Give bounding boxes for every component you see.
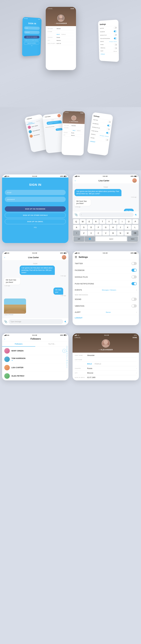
key-delete[interactable]: ⌫ <box>132 231 138 236</box>
signin-other-button[interactable]: SIGN UP VIA OTHER SOCIALS <box>5 213 66 218</box>
key-q[interactable]: Q <box>73 219 79 224</box>
settings-facebook-toggle[interactable] <box>131 269 137 272</box>
settings-twitter-toggle[interactable] <box>131 262 137 265</box>
chat-back-button[interactable]: ‹ <box>75 179 76 182</box>
key-h[interactable]: H <box>110 225 116 230</box>
pe-dob-value[interactable]: 02.07.1985 <box>87 376 95 378</box>
key-c[interactable]: C <box>95 231 102 236</box>
hero-email-input[interactable]: email <box>24 26 40 30</box>
follower-action-1[interactable]: + <box>62 349 66 353</box>
key-j[interactable]: J <box>117 225 124 230</box>
key-s[interactable]: S <box>80 225 87 230</box>
hero-male-option[interactable]: MALE <box>57 34 60 35</box>
tab-followers[interactable]: Followers <box>2 342 35 346</box>
hero-logout-btn[interactable]: LOGOUT <box>99 52 119 56</box>
pe-male-option[interactable]: MALE <box>87 363 92 365</box>
svg-point-0 <box>59 15 63 18</box>
hero-cancel-done-row: CANCEL DONE <box>48 8 74 9</box>
hero-signin-title: SIGN IN <box>24 22 40 25</box>
signin-skip[interactable]: skip <box>34 226 37 228</box>
hero-fb-button[interactable]: SIGN UP VIA FACEBOOK <box>24 36 40 38</box>
settings-logout-btn[interactable]: LOGOUT <box>73 315 139 320</box>
key-t[interactable]: T <box>99 219 105 224</box>
settings-sound-toggle[interactable] <box>131 298 137 301</box>
follower-item-1: MARY GREEN + <box>2 347 68 355</box>
pe-female-option[interactable]: FEMALE <box>95 363 101 365</box>
signin-email-field[interactable]: email <box>5 190 66 195</box>
key-k[interactable]: K <box>124 225 131 230</box>
chat-attach-icon-2[interactable]: 📎 <box>4 320 8 323</box>
key-l[interactable]: L <box>132 225 138 230</box>
settings-pushnotif-toggle[interactable] <box>131 282 137 285</box>
hero-done-label[interactable]: DONE <box>71 8 74 9</box>
chat-input-keyboard[interactable]: I <box>79 212 133 217</box>
key-i[interactable]: I <box>119 219 125 224</box>
hero-gplus-toggle[interactable] <box>114 34 117 36</box>
hero-pushnotif-toggle[interactable] <box>114 38 117 39</box>
key-b[interactable]: B <box>110 231 116 236</box>
key-v[interactable]: V <box>102 231 109 236</box>
settings-status-bar: Live 9:41 AM 100% <box>73 251 139 254</box>
key-w[interactable]: W <box>80 219 86 224</box>
settings-alert-label: ALERT <box>75 311 81 313</box>
hero-firstname-value[interactable]: Alexand <box>57 28 61 29</box>
msg-item-3: Ok! See you! 1 min ago <box>74 209 137 211</box>
settings-twitter: TWITTER <box>73 260 139 267</box>
chat-attach-icon[interactable]: 📎 <box>74 213 78 216</box>
hero-other-button[interactable]: SIGN UP VIA OTHER SOCIALS <box>24 39 39 42</box>
signin-password-field[interactable]: password <box>5 197 66 202</box>
chat-send-btn-2[interactable]: ➤ <box>63 320 67 324</box>
hero-sound-toggle[interactable] <box>114 44 117 46</box>
signin-email-button[interactable]: SIGN UP VIA EMAIL <box>5 219 66 224</box>
tab-following[interactable]: You Foll... <box>35 342 68 346</box>
chat-send-icon[interactable]: ➤ <box>134 213 138 217</box>
hero-female-option[interactable]: FEMALE <box>61 34 66 35</box>
hero-dob-value[interactable]: 02.07.19 <box>57 43 61 44</box>
key-space[interactable]: space <box>96 236 127 241</box>
settings-menu-icon[interactable]: ☰ <box>75 256 77 259</box>
hero-email-button[interactable]: SIGN UP VIA EMAIL <box>24 42 39 45</box>
chat-contact-avatar <box>132 178 137 183</box>
chat-message-input[interactable]: Type message <box>9 319 63 324</box>
key-p[interactable]: P <box>132 219 138 224</box>
hero-vibration-toggle[interactable] <box>114 47 117 49</box>
key-shift[interactable]: ⇧ <box>73 231 80 236</box>
hero-skip-label[interactable]: skip <box>24 45 39 46</box>
chat-image-bubble <box>4 298 26 314</box>
key-a[interactable]: A <box>73 225 80 230</box>
pe-city-value[interactable]: Moscow <box>87 372 136 374</box>
key-n[interactable]: N <box>117 231 124 236</box>
key-e[interactable]: E <box>86 219 92 224</box>
signin-fb-button[interactable]: SIGN UP VIA FACEBOOK <box>5 206 66 212</box>
hero-cancel-label[interactable]: CANCEL <box>48 8 53 9</box>
key-x[interactable]: X <box>88 231 94 236</box>
pe-country-value[interactable]: Russia <box>87 368 136 370</box>
hero-twitter-toggle[interactable] <box>114 27 117 29</box>
hero-country-value[interactable]: Russia <box>57 37 60 38</box>
key-y[interactable]: Y <box>106 219 112 224</box>
hero-facebook-toggle[interactable] <box>114 30 117 32</box>
keyboard-area: Q W E R T Y U I O P A S D F G H J K L <box>73 218 139 243</box>
key-u[interactable]: U <box>113 219 119 224</box>
pe-cancel-btn[interactable]: CANCEL <box>74 337 81 338</box>
hero-city-value[interactable]: Moscow <box>57 40 61 41</box>
settings-gplus-toggle[interactable] <box>131 276 137 278</box>
key-d[interactable]: D <box>88 225 94 230</box>
msg-time-2: 1 min ago <box>74 206 96 208</box>
key-f[interactable]: F <box>95 225 102 230</box>
pe-done-btn[interactable]: DONE <box>132 337 137 338</box>
key-z[interactable]: Z <box>80 231 87 236</box>
pe-firstname-value[interactable]: Alexander <box>87 354 95 356</box>
key-g[interactable]: G <box>102 225 109 230</box>
hero-password-input[interactable]: password <box>24 31 40 34</box>
settings-vibration-toggle[interactable] <box>131 304 137 308</box>
key-globe[interactable]: 🌐 <box>85 236 95 241</box>
key-emoji[interactable]: 123 <box>74 236 84 241</box>
chat-full-back[interactable]: ‹ <box>4 256 5 259</box>
key-r[interactable]: R <box>93 219 99 224</box>
tilt-events-label: EVENTS <box>91 134 96 135</box>
key-m[interactable]: M <box>124 231 131 236</box>
hero-section: 9:41 AM 100% SIGN IN email password SIGN… <box>0 0 141 107</box>
key-o[interactable]: O <box>126 219 132 224</box>
key-return[interactable]: return <box>127 236 138 241</box>
